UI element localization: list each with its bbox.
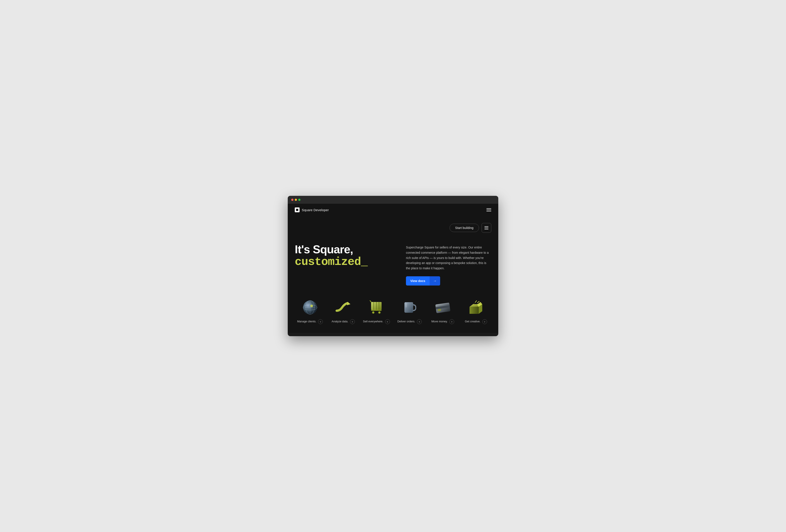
close-dot[interactable] — [291, 199, 294, 201]
category-sell-everywhere[interactable]: Sell everywhere. + — [361, 299, 392, 324]
top-actions: Start building — [295, 223, 491, 233]
get-creative-label: Get creative. + — [465, 319, 487, 324]
manage-clients-expand[interactable]: + — [318, 319, 323, 324]
mug-icon — [401, 299, 418, 316]
card-icon — [434, 299, 452, 316]
main-content: Start building It's Square, customized_ … — [288, 216, 498, 333]
category-move-money[interactable]: Move money. + — [427, 299, 458, 324]
svg-rect-15 — [405, 303, 407, 307]
categories-section: Manage clients. + — [295, 299, 491, 324]
browser-titlebar — [288, 196, 498, 204]
hero-description-area: Supercharge Square for sellers of every … — [406, 243, 491, 285]
svg-line-25 — [475, 301, 477, 302]
svg-rect-11 — [371, 310, 382, 311]
hamburger-line — [484, 226, 488, 227]
analyze-data-text: Analyze data. — [331, 320, 348, 324]
svg-rect-18 — [438, 308, 441, 311]
hero-description-text: Supercharge Square for sellers of every … — [406, 245, 491, 271]
deliver-orders-expand[interactable]: + — [417, 319, 422, 324]
menu-line — [486, 208, 491, 209]
analyze-data-label: Analyze data. + — [331, 319, 355, 324]
svg-point-5 — [310, 305, 313, 307]
view-docs-label: View docs — [406, 277, 430, 285]
deliver-orders-text: Deliver orders. — [397, 320, 415, 324]
hero-section: It's Square, customized_ Supercharge Squ… — [295, 243, 491, 285]
square-logo-icon — [295, 207, 300, 212]
get-creative-text: Get creative. — [465, 320, 481, 324]
svg-point-13 — [378, 311, 380, 314]
sell-everywhere-label: Sell everywhere. + — [363, 319, 390, 324]
browser-window: Square Developer Start building It's Squ… — [288, 196, 498, 336]
view-docs-arrow-icon: → — [430, 276, 440, 285]
logo[interactable]: Square Developer — [295, 207, 329, 212]
analyze-data-expand[interactable]: + — [350, 319, 355, 324]
hero-title-line2: customized_ — [295, 256, 397, 268]
logo-text: Square Developer — [302, 208, 329, 212]
cart-icon — [368, 299, 385, 316]
move-money-label: Move money. + — [431, 319, 454, 324]
box-icon — [467, 299, 485, 316]
svg-marker-20 — [469, 307, 479, 314]
maximize-dot[interactable] — [298, 199, 300, 201]
navigation: Square Developer — [288, 204, 498, 216]
hamburger-line — [484, 228, 488, 228]
move-money-text: Move money. — [431, 320, 447, 324]
hero-title-line1: It's Square, — [295, 243, 397, 256]
category-get-creative[interactable]: Get creative. + — [461, 299, 491, 324]
view-docs-button[interactable]: View docs → — [406, 276, 440, 285]
start-building-button[interactable]: Start building — [449, 224, 479, 232]
svg-line-26 — [478, 301, 479, 303]
move-money-expand[interactable]: + — [449, 319, 454, 324]
arrow-trend-icon — [334, 299, 352, 316]
manage-clients-text: Manage clients. — [297, 320, 317, 324]
sell-everywhere-expand[interactable]: + — [385, 319, 390, 324]
sell-everywhere-text: Sell everywhere. — [363, 320, 383, 324]
globe-icon — [301, 299, 319, 316]
get-creative-expand[interactable]: + — [482, 319, 487, 324]
svg-point-12 — [372, 311, 374, 314]
category-deliver-orders[interactable]: Deliver orders. + — [394, 299, 425, 324]
menu-line — [486, 210, 491, 210]
manage-clients-label: Manage clients. + — [297, 319, 323, 324]
square-logo-inner — [296, 209, 298, 211]
hamburger-menu-button[interactable] — [482, 223, 491, 233]
category-manage-clients[interactable]: Manage clients. + — [295, 299, 325, 324]
hero-title-area: It's Square, customized_ — [295, 243, 397, 268]
browser-controls — [291, 199, 300, 201]
nav-menu-button[interactable] — [486, 208, 491, 211]
deliver-orders-label: Deliver orders. + — [397, 319, 422, 324]
minimize-dot[interactable] — [295, 199, 297, 201]
menu-line — [486, 211, 491, 211]
hamburger-line — [484, 229, 488, 229]
category-analyze-data[interactable]: Analyze data. + — [328, 299, 359, 324]
